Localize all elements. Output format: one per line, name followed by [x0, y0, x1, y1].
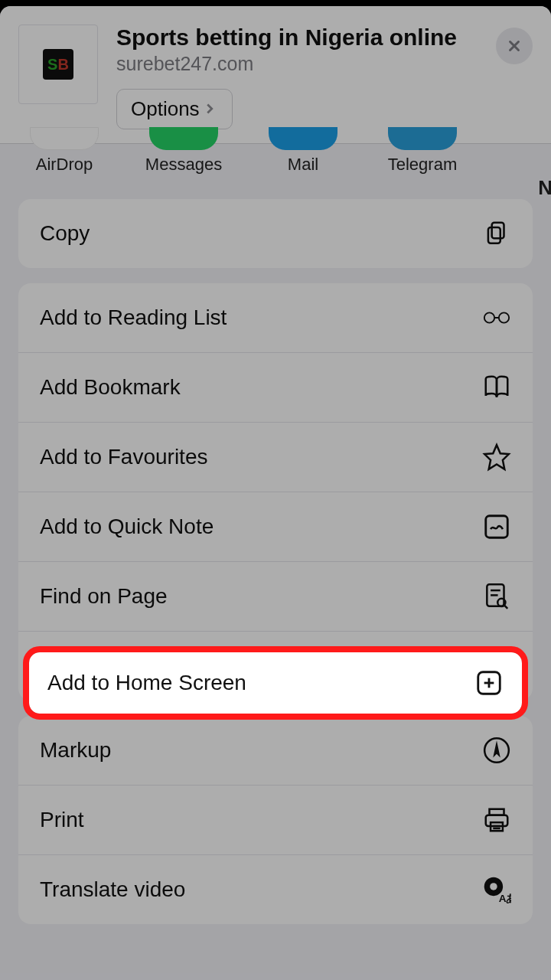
row-label: Add to Reading List	[40, 305, 227, 330]
svg-rect-3	[488, 227, 500, 243]
svg-point-5	[499, 312, 509, 322]
row-label: Translate video	[40, 877, 185, 902]
row-label: Add Bookmark	[40, 375, 181, 400]
share-target-mail[interactable]: Mail	[257, 127, 349, 175]
share-targets-row: AirDrop Messages Mail Telegram	[0, 127, 551, 185]
svg-text:Aあ: Aあ	[499, 893, 511, 904]
row-label: Print	[40, 808, 84, 832]
reading-list-row[interactable]: Add to Reading List	[18, 283, 533, 353]
share-target-airdrop[interactable]: AirDrop	[18, 127, 110, 175]
row-label: Add to Favourites	[40, 445, 207, 469]
action-group-copy: Copy	[18, 199, 533, 268]
svg-rect-8	[486, 515, 508, 537]
glasses-icon	[482, 303, 511, 332]
chevron-right-icon	[201, 100, 218, 117]
row-label: Copy	[40, 221, 90, 246]
row-label: Add to Quick Note	[40, 514, 214, 539]
book-icon	[482, 373, 511, 402]
action-group-util: Markup Print Translate video Aあ	[18, 716, 533, 924]
svg-point-4	[484, 312, 494, 322]
site-icon-letter-b: B	[57, 56, 68, 74]
quicknote-icon	[482, 512, 511, 541]
svg-line-13	[504, 605, 507, 608]
favourites-row[interactable]: Add to Favourites	[18, 423, 533, 492]
row-label: Find on Page	[40, 584, 168, 609]
row-label: Markup	[40, 738, 111, 763]
star-icon	[482, 443, 511, 472]
quick-note-row[interactable]: Add to Quick Note	[18, 492, 533, 562]
page-title: Sports betting in Nigeria online	[116, 24, 478, 51]
row-label: Add to Home Screen	[40, 654, 239, 678]
svg-rect-19	[486, 815, 508, 825]
action-group-add: Add to Reading List Add Bookmark Add to …	[18, 283, 533, 701]
copy-row[interactable]: Copy	[18, 199, 533, 268]
svg-rect-2	[492, 222, 504, 238]
markup-row[interactable]: Markup	[18, 716, 533, 786]
share-label: AirDrop	[36, 155, 93, 175]
share-sheet-header: SB Sports betting in Nigeria online sure…	[0, 6, 551, 144]
add-to-home-screen-row[interactable]: Add to Home Screen	[18, 632, 533, 701]
share-label: Mail	[288, 155, 318, 175]
share-target-telegram[interactable]: Telegram	[377, 127, 468, 175]
share-target-messages[interactable]: Messages	[138, 127, 230, 175]
copy-icon	[482, 219, 511, 248]
svg-point-24	[490, 883, 497, 890]
bookmark-row[interactable]: Add Bookmark	[18, 353, 533, 423]
print-row[interactable]: Print	[18, 786, 533, 855]
print-icon	[482, 805, 511, 835]
share-label: Messages	[145, 155, 222, 175]
share-target-partial-next: N	[538, 176, 551, 200]
plus-app-icon	[482, 652, 511, 681]
page-url: surebet247.com	[116, 53, 478, 75]
translate-icon: Aあ	[482, 875, 511, 904]
options-label: Options	[131, 97, 200, 121]
site-icon: SB	[18, 24, 98, 104]
share-label: Telegram	[388, 155, 457, 175]
options-button[interactable]: Options	[116, 89, 233, 129]
translate-video-row[interactable]: Translate video Aあ	[18, 855, 533, 924]
close-button[interactable]	[496, 28, 533, 64]
markup-icon	[482, 736, 511, 765]
svg-marker-7	[484, 445, 509, 469]
site-icon-letter-s: S	[47, 56, 57, 74]
find-on-page-row[interactable]: Find on Page	[18, 562, 533, 632]
close-icon	[506, 38, 523, 54]
find-icon	[482, 582, 511, 611]
